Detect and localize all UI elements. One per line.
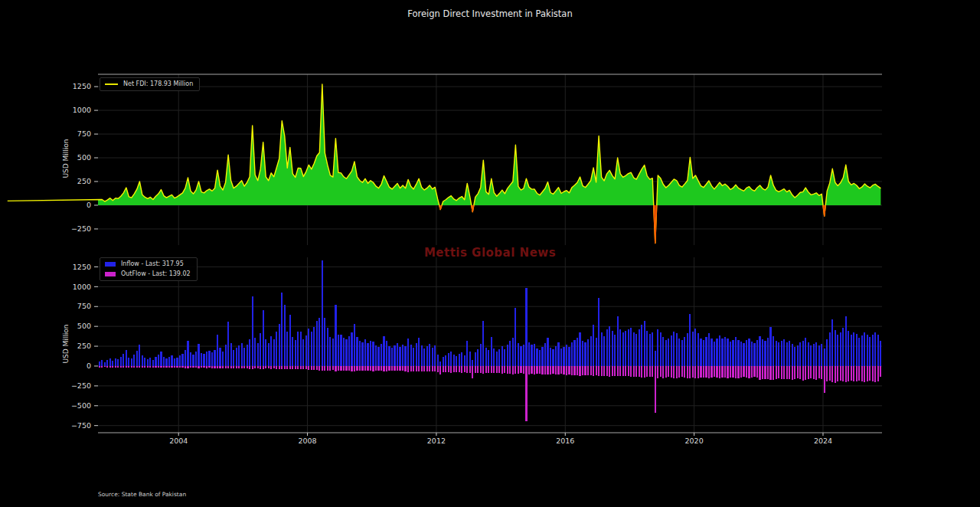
svg-text:750: 750 [77,302,91,310]
flows-legend: Inflow - Last: 317.95 OutFlow - Last: 13… [100,257,198,281]
svg-text:−500: −500 [71,401,91,410]
svg-text:1250: 1250 [73,263,91,271]
inflow-legend-label: Inflow - Last: 317.95 [121,260,184,268]
watermark-text: Mettis Global News [424,246,556,260]
outflow-legend-swatch [105,272,116,276]
svg-text:250: 250 [77,177,91,185]
net-fdi-series [8,84,881,244]
y-axis-label-top: USD Million [62,113,70,204]
svg-text:250: 250 [77,342,91,350]
fdi-figure: Foreign Direct Investment in Pakistan US… [0,0,980,507]
svg-text:2008: 2008 [298,437,316,445]
svg-text:500: 500 [77,322,91,330]
svg-text:1000: 1000 [73,283,91,291]
outflow-legend-label: OutFlow - Last: 139.02 [121,270,191,278]
outflow-legend-row: OutFlow - Last: 139.02 [105,270,191,278]
svg-text:1250: 1250 [73,82,91,90]
svg-text:0: 0 [87,361,91,370]
svg-text:−750: −750 [71,421,91,430]
chart-title: Foreign Direct Investment in Pakistan [0,8,980,19]
inflow-legend-row: Inflow - Last: 317.95 [105,260,191,268]
svg-text:−250: −250 [71,381,91,390]
svg-text:2020: 2020 [685,437,704,445]
net-fdi-legend-label: Net FDI: 178.93 Million [123,80,193,88]
svg-text:0: 0 [87,201,91,209]
svg-text:750: 750 [77,129,91,138]
source-note: Source: State Bank of Pakistan [98,491,186,498]
net-fdi-legend-line [105,83,118,85]
outflow-bars [99,366,882,422]
inflow-legend-swatch [105,262,116,267]
svg-text:2016: 2016 [556,437,574,445]
net-fdi-legend-row: Net FDI: 178.93 Million [105,80,193,88]
net-fdi-legend: Net FDI: 178.93 Million [100,77,200,91]
svg-text:2004: 2004 [169,437,188,445]
svg-text:2024: 2024 [814,437,832,445]
svg-text:500: 500 [77,153,91,162]
svg-text:2012: 2012 [427,437,446,445]
svg-text:−250: −250 [71,224,91,233]
y-axis-label-bottom: USD Million [62,298,70,390]
inflow-bars [99,260,882,366]
svg-text:1000: 1000 [73,106,91,114]
